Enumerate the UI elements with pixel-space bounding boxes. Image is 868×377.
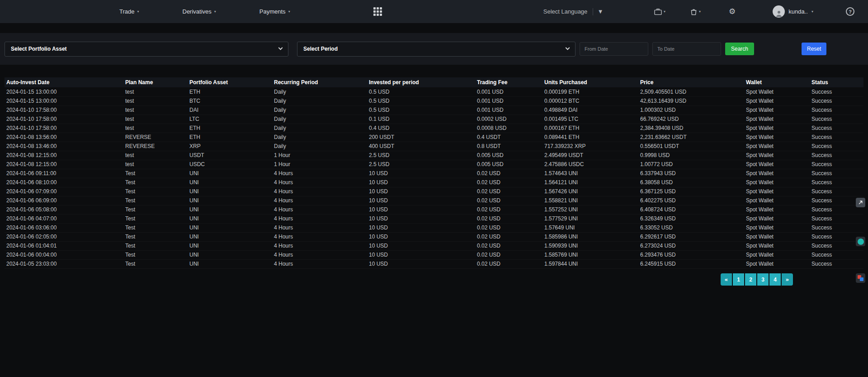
column-header: Price [638, 77, 744, 87]
table-cell: 6.337943 USD [638, 169, 744, 178]
table-row: 2024-01-08 13:46:00REVERESEXRPDaily400 U… [5, 142, 863, 151]
pagination-prev-button[interactable]: « [721, 273, 732, 286]
table-cell: test [123, 115, 188, 124]
table-cell: Daily [272, 96, 367, 105]
column-header: Units Purchased [542, 77, 638, 87]
user-menu[interactable]: kunda.. ▾ [773, 5, 813, 18]
top-navbar: Trade ▾ Derivatives ▾ Payments ▾ Select … [0, 0, 868, 23]
table-cell: 1.585986 UNI [542, 232, 638, 241]
table-cell: 2.475886 USDC [542, 160, 638, 169]
table-cell: 1.574643 UNI [542, 169, 638, 178]
language-dropdown-icon: ▼ [599, 10, 602, 14]
pagination-page-1[interactable]: 1 [733, 273, 744, 286]
table-cell: 0.001495 LTC [542, 115, 638, 124]
table-row: 2024-01-05 23:03:00TestUNI4 Hours10 USD0… [5, 259, 863, 268]
table-cell: Success [810, 115, 863, 124]
menu-derivatives[interactable]: Derivatives ▾ [183, 8, 216, 15]
table-cell: Daily [272, 105, 367, 115]
table-cell: Success [810, 133, 863, 142]
from-date-input[interactable] [580, 42, 648, 56]
table-cell: ETH [188, 87, 272, 96]
table-cell: Spot Wallet [744, 223, 810, 232]
table-cell: 2024-01-06 09:11:00 [5, 169, 123, 178]
column-header: Plan Name [123, 77, 188, 87]
wallet-menu[interactable]: ▾ [654, 8, 665, 15]
column-header: Portfolio Asset [188, 77, 272, 87]
pagination-next-button[interactable]: » [782, 273, 793, 286]
table-cell: 2024-01-05 23:03:00 [5, 259, 123, 268]
table-cell: 1.585769 UNI [542, 250, 638, 259]
table-cell: Daily [272, 142, 367, 151]
pagination-page-4[interactable]: 4 [769, 273, 781, 286]
table-cell: 6.245915 USD [638, 259, 744, 268]
table-cell: 2.5 USD [367, 151, 475, 160]
table-cell: 717.339232 XRP [542, 142, 638, 151]
table-cell: 6.273024 USD [638, 241, 744, 250]
table-cell: 0.02 USD [475, 241, 542, 250]
table-cell: 2024-01-06 06:09:00 [5, 196, 123, 205]
table-cell: 4 Hours [272, 259, 367, 268]
menu-payments[interactable]: Payments ▾ [259, 8, 290, 15]
table-cell: test [123, 87, 188, 96]
table-cell: 2,231.63662 USDT [638, 133, 744, 142]
arrow-up-right-icon [858, 200, 863, 205]
table-cell: 0.02 USD [475, 178, 542, 187]
floating-share-icon[interactable] [856, 198, 865, 207]
table-cell: DAI [188, 105, 272, 115]
table-cell: BTC [188, 96, 272, 105]
column-header: Status [810, 77, 863, 87]
portfolio-asset-select[interactable]: Select Portfolio Asset [5, 42, 288, 57]
table-row: 2024-01-06 09:11:00TestUNI4 Hours10 USD0… [5, 169, 863, 178]
chevron-down-icon: ▾ [811, 10, 813, 14]
to-date-input[interactable] [652, 42, 721, 56]
pagination-page-3[interactable]: 3 [757, 273, 769, 286]
column-header: Invested per period [367, 77, 475, 87]
search-button[interactable]: Search [725, 43, 754, 55]
menu-derivatives-label: Derivatives [183, 8, 212, 15]
menu-trade[interactable]: Trade ▾ [119, 8, 139, 15]
chat-dot-icon [858, 239, 864, 245]
table-body: 2024-01-15 13:00:00testETHDaily0.5 USD0.… [5, 87, 863, 268]
filter-panel: Select Portfolio Asset Select Period Sea… [0, 33, 868, 65]
help-icon[interactable]: ? [846, 7, 854, 16]
language-selector[interactable]: Select Language ▼ [543, 8, 602, 15]
table-cell: Success [810, 87, 863, 96]
apps-grid-icon[interactable] [373, 7, 382, 16]
period-select[interactable]: Select Period [297, 42, 576, 57]
table-cell: 0.000167 ETH [542, 124, 638, 133]
table-cell: Spot Wallet [744, 205, 810, 214]
pagination-page-2[interactable]: 2 [745, 273, 756, 286]
floating-chat-icon[interactable] [856, 237, 865, 246]
table-cell: 200 USDT [367, 133, 475, 142]
table-cell: 1 Hour [272, 151, 367, 160]
settings-gear-icon[interactable]: ⚙ [729, 8, 736, 15]
table-cell: Daily [272, 115, 367, 124]
table-cell: UNI [188, 205, 272, 214]
table-cell: UNI [188, 241, 272, 250]
table-cell: UNI [188, 214, 272, 223]
table-cell: 2,384.39408 USD [638, 124, 744, 133]
table-cell: 0.0008 USD [475, 124, 542, 133]
person-icon [775, 10, 783, 18]
table-cell: Daily [272, 87, 367, 96]
table-cell: Test [123, 196, 188, 205]
table-cell: 2024-01-06 01:04:01 [5, 241, 123, 250]
chevron-down-icon: ▾ [214, 10, 216, 14]
table-row: 2024-01-06 03:06:00TestUNI4 Hours10 USD0… [5, 223, 863, 232]
orders-menu[interactable]: ▾ [690, 8, 701, 15]
table-cell: ETH [188, 124, 272, 133]
table-cell: 0.000012 BTC [542, 96, 638, 105]
reset-button[interactable]: Reset [802, 43, 826, 55]
table-cell: UNI [188, 259, 272, 268]
table-cell: 2024-01-15 13:00:00 [5, 96, 123, 105]
table-header: Auto-Invest Date Plan Name Portfolio Ass… [5, 77, 863, 87]
table-cell: 1.557252 UNI [542, 205, 638, 214]
floating-extension-icon[interactable] [856, 273, 865, 283]
table-cell: Success [810, 105, 863, 115]
table-cell: 0.02 USD [475, 259, 542, 268]
table-cell: Spot Wallet [744, 96, 810, 105]
table-cell: 2024-01-06 03:06:00 [5, 223, 123, 232]
table-cell: 10 USD [367, 223, 475, 232]
table-cell: Spot Wallet [744, 187, 810, 196]
table-cell: Daily [272, 124, 367, 133]
